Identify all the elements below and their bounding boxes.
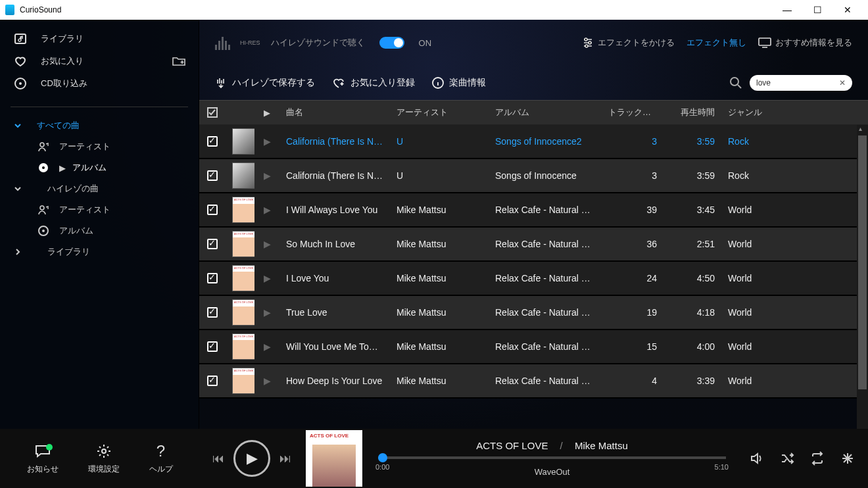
row-play-button[interactable]: ▶ (254, 273, 279, 283)
sidebar-item-cd-import[interactable]: CD取り込み (0, 72, 199, 95)
row-play-button[interactable]: ▶ (254, 136, 279, 147)
hires-bars-icon (215, 36, 232, 50)
table-row[interactable]: ▶Will You Love Me To…Mike MattsuRelax Ca… (199, 330, 868, 364)
search-icon[interactable] (729, 76, 743, 90)
cell-title: California (There Is N… (279, 170, 390, 181)
table-row[interactable]: ▶How Deep Is Your LoveMike MattsuRelax C… (199, 364, 868, 399)
cell-duration: 2:51 (663, 239, 721, 249)
tree-library-expand[interactable]: ライブラリ (0, 241, 199, 262)
recommend-button[interactable]: おすすめ情報を見る (758, 37, 852, 49)
svg-point-16 (102, 449, 106, 453)
now-playing-title: ACTS OF LOVE / Mike Mattsu (375, 440, 729, 451)
header-track[interactable]: トラック番号 (602, 107, 663, 118)
tree-hires-album[interactable]: アルバム (0, 220, 199, 241)
header-artist[interactable]: アーティスト (390, 107, 489, 118)
settings-button[interactable]: 環境設定 (88, 443, 120, 475)
header-album[interactable]: アルバム (489, 107, 602, 118)
top-toolbar: HI-RES ハイレゾサウンドで聴く ON エフェクトをかける エフェクト無し … (199, 20, 868, 66)
cell-artist: Mike Mattsu (390, 307, 489, 318)
no-effect-link[interactable]: エフェクト無し (687, 37, 746, 49)
sidebar: ライブラリ お気に入り CD取り込み すべての (0, 20, 199, 488)
table-row[interactable]: ▶I Love YouMike MattsuRelax Cafe - Natur… (199, 262, 868, 296)
sidebar-item-favorites[interactable]: お気に入り (0, 50, 199, 72)
row-checkbox[interactable] (207, 376, 218, 386)
svg-point-10 (589, 41, 591, 44)
album-art-thumb (232, 299, 254, 326)
sidebar-item-label: ライブラリ (41, 33, 84, 45)
table-row[interactable]: ▶True LoveMike MattsuRelax Cafe - Natura… (199, 296, 868, 330)
search-input[interactable]: love ✕ (750, 75, 852, 91)
row-checkbox[interactable] (207, 239, 218, 249)
label: お知らせ (27, 464, 59, 475)
cell-title: How Deep Is Your Love (279, 376, 390, 386)
row-play-button[interactable]: ▶ (254, 341, 279, 352)
sidebar-item-library[interactable]: ライブラリ (0, 28, 199, 50)
hires-save-icon (215, 77, 227, 89)
tree-hires-artist[interactable]: アーティスト (0, 199, 199, 220)
row-checkbox[interactable] (207, 341, 218, 352)
notify-button[interactable]: お知らせ (27, 443, 59, 475)
row-checkbox[interactable] (207, 136, 218, 147)
song-info-button[interactable]: 楽曲情報 (432, 77, 486, 89)
cell-title: So Much In Love (279, 239, 390, 249)
header-genre[interactable]: ジャンル (721, 107, 800, 118)
row-play-button[interactable]: ▶ (254, 307, 279, 318)
progress-bar[interactable] (378, 456, 726, 459)
label: エフェクト無し (687, 37, 746, 49)
cell-track: 3 (602, 136, 663, 147)
row-checkbox[interactable] (207, 170, 218, 181)
notify-badge-icon (46, 444, 53, 451)
clear-search-icon[interactable]: ✕ (839, 78, 846, 87)
visualizer-icon[interactable] (840, 451, 855, 466)
cell-genre: World (721, 273, 800, 283)
table-row[interactable]: ▶So Much In LoveMike MattsuRelax Cafe - … (199, 228, 868, 262)
prev-track-button[interactable]: ⏮ (212, 452, 224, 466)
row-play-button[interactable]: ▶ (254, 205, 279, 215)
cell-track: 39 (602, 205, 663, 215)
action-bar: ハイレゾで保存する お気に入り登録 楽曲情報 love ✕ (199, 66, 868, 100)
header-title[interactable]: 曲名 (279, 107, 390, 118)
tree-album[interactable]: ▶ アルバム (0, 157, 199, 178)
hires-toggle[interactable] (379, 37, 404, 49)
save-hires-button[interactable]: ハイレゾで保存する (215, 77, 315, 89)
row-checkbox[interactable] (207, 307, 218, 318)
window-maximize-button[interactable]: ☐ (802, 0, 832, 20)
gear-icon (96, 443, 112, 460)
album-art-thumb (232, 162, 254, 189)
apply-effect-button[interactable]: エフェクトをかける (582, 37, 675, 49)
table-row[interactable]: ▶California (There Is N…USongs of Innoce… (199, 159, 868, 193)
tree-label: すべての曲 (37, 120, 80, 132)
album-art-thumb (232, 197, 254, 223)
row-checkbox[interactable] (207, 205, 218, 215)
tree-hires-songs[interactable]: ハイレゾの曲 (0, 178, 199, 199)
favorite-register-button[interactable]: お気に入り登録 (332, 77, 415, 89)
cell-artist: U (390, 170, 489, 181)
add-folder-icon[interactable] (172, 56, 185, 66)
play-button[interactable]: ▶ (233, 440, 270, 477)
progress-handle-icon[interactable] (378, 453, 387, 462)
table-row[interactable]: ▶I Will Always Love YouMike MattsuRelax … (199, 193, 868, 228)
chevron-down-icon (13, 184, 26, 193)
svg-point-3 (40, 143, 44, 147)
next-track-button[interactable]: ⏭ (279, 452, 291, 466)
window-minimize-button[interactable]: — (772, 0, 802, 20)
tree-artist[interactable]: アーティスト (0, 136, 199, 157)
tree-all-songs[interactable]: すべての曲 (0, 115, 199, 136)
cell-artist: Mike Mattsu (390, 273, 489, 283)
row-play-button[interactable]: ▶ (254, 239, 279, 249)
table-header: ▶ 曲名 アーティスト アルバム トラック番号 再生時間 ジャンル (199, 100, 868, 125)
header-duration[interactable]: 再生時間 (663, 107, 721, 118)
row-play-button[interactable]: ▶ (254, 170, 279, 181)
table-row[interactable]: ▶California (There Is N…USongs of Innoce… (199, 125, 868, 159)
disc-icon (13, 76, 28, 91)
header-checkbox[interactable] (199, 107, 226, 118)
cell-genre: World (721, 205, 800, 215)
volume-icon[interactable] (750, 451, 764, 466)
row-play-button[interactable]: ▶ (254, 376, 279, 386)
row-checkbox[interactable] (207, 273, 218, 283)
window-close-button[interactable]: ✕ (832, 0, 863, 20)
shuffle-icon[interactable] (780, 451, 794, 466)
hires-short-label: HI-RES (240, 39, 260, 46)
help-button[interactable]: ? ヘルプ (149, 443, 173, 475)
repeat-icon[interactable] (810, 451, 825, 466)
